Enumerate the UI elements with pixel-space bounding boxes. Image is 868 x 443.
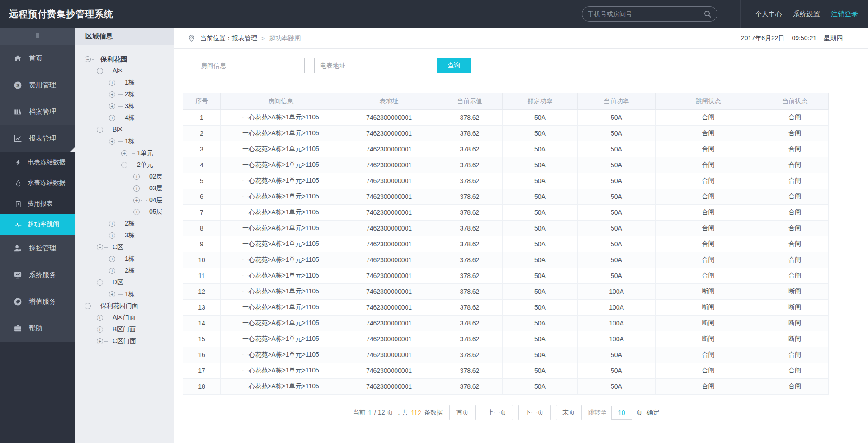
menu-item-bolt[interactable]: 电表冻结数据 bbox=[0, 152, 75, 173]
next-page-button[interactable]: 下一页 bbox=[518, 405, 551, 420]
tree-node-label[interactable]: B区门面 bbox=[113, 325, 136, 334]
header-search-input[interactable] bbox=[588, 10, 703, 18]
expand-node-icon[interactable]: + bbox=[109, 138, 115, 145]
header-link-1[interactable]: 个人中心 bbox=[755, 10, 782, 19]
collapse-node-icon[interactable]: − bbox=[85, 56, 91, 62]
expand-node-icon[interactable]: + bbox=[109, 291, 115, 297]
menu-item-dollar[interactable]: $费用管理 bbox=[0, 72, 75, 99]
menu-item-user-gear[interactable]: 操控管理 bbox=[0, 235, 75, 262]
tree-node-label[interactable]: 1栋 bbox=[125, 79, 135, 87]
expand-node-icon[interactable]: + bbox=[97, 326, 103, 333]
tree-node[interactable]: +2栋 bbox=[75, 265, 174, 277]
expand-node-icon[interactable]: + bbox=[121, 150, 127, 156]
tree-node-label[interactable]: A区门面 bbox=[113, 314, 136, 322]
expand-node-icon[interactable]: + bbox=[109, 256, 115, 262]
last-page-button[interactable]: 末页 bbox=[556, 405, 582, 420]
tree-node[interactable]: +4栋 bbox=[75, 112, 174, 124]
expand-node-icon[interactable]: + bbox=[109, 232, 115, 239]
tree-node[interactable]: −B区 bbox=[75, 124, 174, 136]
menu-item-chart[interactable]: 报表管理 bbox=[0, 125, 75, 152]
header-link-2[interactable]: 系统设置 bbox=[793, 10, 820, 19]
collapse-node-icon[interactable]: − bbox=[85, 303, 91, 309]
collapse-node-icon[interactable]: − bbox=[121, 162, 127, 168]
tree-node-label[interactable]: 1栋 bbox=[125, 255, 135, 263]
tree-node[interactable]: −C区 bbox=[75, 241, 174, 253]
tree-node[interactable]: +B区门面 bbox=[75, 324, 174, 335]
tree-node[interactable]: +03层 bbox=[75, 183, 174, 194]
tree-node[interactable]: +04层 bbox=[75, 194, 174, 206]
jump-page-input[interactable] bbox=[611, 406, 632, 420]
expand-node-icon[interactable]: + bbox=[109, 103, 115, 109]
tree-node-label[interactable]: A区 bbox=[113, 67, 123, 75]
tree-node[interactable]: −2单元 bbox=[75, 159, 174, 171]
tree-node-label[interactable]: 2栋 bbox=[125, 220, 135, 228]
tree-node[interactable]: +05层 bbox=[75, 206, 174, 218]
menu-item-archive[interactable]: 档案管理 bbox=[0, 99, 75, 125]
menu-item-briefcase[interactable]: 帮助 bbox=[0, 315, 75, 342]
tree-node-label[interactable]: 05层 bbox=[149, 208, 163, 216]
expand-node-icon[interactable]: + bbox=[97, 315, 103, 321]
tree-node[interactable]: +C区门面 bbox=[75, 335, 174, 347]
collapse-node-icon[interactable]: − bbox=[97, 279, 103, 286]
tree-node-label[interactable]: 2栋 bbox=[125, 90, 135, 99]
expand-node-icon[interactable]: + bbox=[133, 209, 140, 215]
header-link-3[interactable]: 注销登录 bbox=[831, 10, 858, 19]
tree-node-label[interactable]: B区 bbox=[113, 126, 123, 134]
tree-node-label[interactable]: 2栋 bbox=[125, 267, 135, 275]
tree-node-label[interactable]: 1栋 bbox=[125, 137, 135, 146]
tree-node-label[interactable]: 1单元 bbox=[137, 149, 153, 157]
tree-node-label[interactable]: 02层 bbox=[149, 173, 163, 181]
tree-node[interactable]: +1栋 bbox=[75, 288, 174, 300]
menu-item-monitor[interactable]: 系统服务 bbox=[0, 262, 75, 288]
tree-node-label[interactable]: 保利花园门面 bbox=[100, 302, 138, 310]
tree-node-label[interactable]: 2单元 bbox=[137, 161, 153, 169]
breadcrumb-label[interactable]: 当前位置：报表管理 bbox=[200, 34, 257, 42]
tree-node-label[interactable]: 3栋 bbox=[125, 231, 135, 240]
expand-node-icon[interactable]: + bbox=[109, 80, 115, 86]
tree-node-label[interactable]: 保利花园 bbox=[100, 55, 127, 64]
tree-node-label[interactable]: 1栋 bbox=[125, 290, 135, 298]
menu-item-doc[interactable]: 费用报表 bbox=[0, 193, 75, 214]
expand-node-icon[interactable]: + bbox=[109, 115, 115, 121]
collapse-node-icon[interactable]: − bbox=[97, 244, 103, 250]
first-page-button[interactable]: 首页 bbox=[449, 405, 476, 420]
expand-node-icon[interactable]: + bbox=[109, 221, 115, 227]
tree-node-label[interactable]: D区 bbox=[113, 278, 123, 287]
tree-node[interactable]: −D区 bbox=[75, 277, 174, 288]
tree-node-label[interactable]: 3栋 bbox=[125, 102, 135, 110]
expand-node-icon[interactable]: + bbox=[109, 268, 115, 274]
query-button[interactable]: 查询 bbox=[437, 58, 471, 73]
menu-item-tag[interactable]: 增值服务 bbox=[0, 288, 75, 315]
sidebar-collapse-button[interactable] bbox=[0, 28, 75, 45]
meter-address-input[interactable] bbox=[314, 58, 424, 73]
tree-node[interactable]: +3栋 bbox=[75, 100, 174, 112]
tree-node-label[interactable]: 4栋 bbox=[125, 114, 135, 122]
tree-node-label[interactable]: 04层 bbox=[149, 196, 163, 204]
tree-node[interactable]: +A区门面 bbox=[75, 312, 174, 324]
tree-node-label[interactable]: C区门面 bbox=[113, 337, 136, 345]
expand-node-icon[interactable]: + bbox=[109, 91, 115, 98]
menu-item-pulse[interactable]: 超功率跳闸 bbox=[0, 214, 75, 235]
menu-item-home[interactable]: 首页 bbox=[0, 45, 75, 72]
confirm-button[interactable]: 确定 bbox=[647, 409, 660, 417]
tree-node-label[interactable]: 03层 bbox=[149, 184, 163, 193]
tree-node[interactable]: −保利花园门面 bbox=[75, 300, 174, 312]
tree-node[interactable]: +1单元 bbox=[75, 147, 174, 159]
expand-node-icon[interactable]: + bbox=[133, 197, 140, 203]
tree-node[interactable]: +1栋 bbox=[75, 253, 174, 265]
expand-node-icon[interactable]: + bbox=[133, 174, 140, 180]
tree-node[interactable]: −A区 bbox=[75, 65, 174, 77]
tree-node[interactable]: +3栋 bbox=[75, 230, 174, 241]
tree-node[interactable]: +02层 bbox=[75, 171, 174, 183]
expand-node-icon[interactable]: + bbox=[97, 338, 103, 344]
tree-node[interactable]: +2栋 bbox=[75, 218, 174, 230]
expand-node-icon[interactable]: + bbox=[133, 185, 140, 192]
tree-node[interactable]: +1栋 bbox=[75, 77, 174, 89]
tree-node[interactable]: −保利花园 bbox=[75, 53, 174, 65]
room-info-input[interactable] bbox=[195, 58, 305, 73]
tree-node[interactable]: +2栋 bbox=[75, 89, 174, 100]
menu-item-drop[interactable]: 水表冻结数据 bbox=[0, 173, 75, 193]
prev-page-button[interactable]: 上一页 bbox=[481, 405, 513, 420]
tree-node[interactable]: +1栋 bbox=[75, 136, 174, 147]
header-search[interactable] bbox=[582, 6, 717, 22]
